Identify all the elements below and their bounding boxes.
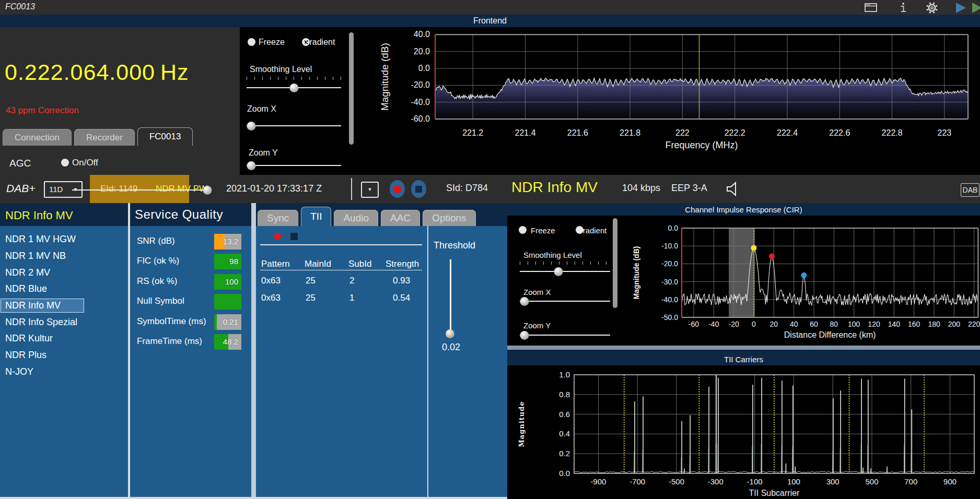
play-green-icon[interactable] xyxy=(971,2,980,16)
frontend-controls-scrollbar[interactable] xyxy=(349,32,354,145)
service-id: SId: D784 xyxy=(446,183,488,194)
info-icon[interactable] xyxy=(897,2,911,16)
stop-button[interactable] xyxy=(411,180,426,198)
tab-options[interactable]: Options xyxy=(423,210,475,226)
service-item-n-joy[interactable]: N-JOY xyxy=(0,364,128,381)
gain-slider[interactable] xyxy=(72,185,212,195)
tii-carriers-plot[interactable]: 1.00.80.60.40.20.0-900-700-500-300-10010… xyxy=(507,365,980,499)
threshold-slider-handle[interactable] xyxy=(446,329,454,338)
tab-connection[interactable]: Connection xyxy=(3,129,72,146)
svg-text:500: 500 xyxy=(865,477,878,486)
service-list-header: NDR Info MV xyxy=(5,209,73,222)
bar-separator xyxy=(351,178,352,200)
pane-splitter[interactable] xyxy=(251,203,256,499)
recorder-dropdown-button[interactable]: ▼ xyxy=(361,182,379,198)
cir-smoothing-slider[interactable] xyxy=(520,267,610,276)
tii-cell: 0x63 xyxy=(261,276,281,286)
tii-carriers-header-title: TII Carriers xyxy=(507,353,980,365)
frontend-spectrum-plot[interactable]: 40.020.00.0-20.0-40.0-60.0221.2221.4221.… xyxy=(295,27,980,175)
ensemble-timestamp: 2021-01-20 17:33:17 Z xyxy=(226,183,322,194)
service-list: NDR 1 MV HGWNDR 1 MV NBNDR 2 MVNDR BlueN… xyxy=(0,231,128,380)
quality-badge: 13.2 xyxy=(214,234,241,250)
tii-stop-indicator[interactable] xyxy=(290,233,298,240)
frontend-freeze-radio[interactable] xyxy=(248,38,255,46)
svg-text:-100: -100 xyxy=(747,477,763,486)
service-item-ndr-plus[interactable]: NDR Plus xyxy=(0,347,128,364)
frontend-freeze-label[interactable]: Freeze xyxy=(259,38,285,47)
frontend-zoomx-slider-handle[interactable] xyxy=(247,122,256,130)
service-item-ndr-1-mv-nb[interactable]: NDR 1 MV NB xyxy=(0,248,128,265)
frontend-zoomy-slider-handle[interactable] xyxy=(247,161,256,170)
cir-header-band: Channel Impulse Response (CIR) xyxy=(507,204,980,216)
svg-text:-50.0: -50.0 xyxy=(661,313,678,322)
frontend-zoomy-slider-track[interactable] xyxy=(247,165,341,166)
svg-text:-60.0: -60.0 xyxy=(411,114,430,123)
cir-smoothing-slider-handle[interactable] xyxy=(554,267,563,276)
cir-smoothing-slider-track[interactable] xyxy=(520,271,610,272)
svg-text:-700: -700 xyxy=(629,477,645,486)
threshold-slider-track[interactable] xyxy=(450,259,451,332)
cir-controls-scrollbar[interactable] xyxy=(613,218,617,308)
service-item-ndr-1-mv-hgw[interactable]: NDR 1 MV HGW xyxy=(0,231,128,248)
service-item-ndr-blue[interactable]: NDR Blue xyxy=(0,281,128,298)
tab-tii[interactable]: TII xyxy=(301,207,331,226)
svg-text:20: 20 xyxy=(770,320,778,328)
tab-sync[interactable]: Sync xyxy=(258,210,298,226)
service-item-ndr-2-mv[interactable]: NDR 2 MV xyxy=(0,264,128,281)
svg-text:222: 222 xyxy=(675,128,690,137)
tii-col-header-strength: Strength xyxy=(386,259,419,269)
svg-text:80: 80 xyxy=(830,320,838,328)
gain-slider-handle[interactable] xyxy=(203,186,212,195)
cir-zoomx-slider[interactable] xyxy=(520,296,610,306)
play-blue-icon[interactable] xyxy=(954,2,968,16)
frontend-zoomy-slider[interactable] xyxy=(247,161,341,170)
frontend-header-band: Frontend xyxy=(0,15,980,27)
cir-zoomx-slider-track[interactable] xyxy=(520,301,610,302)
tab-recorder[interactable]: Recorder xyxy=(74,129,135,146)
gain-slider-track[interactable] xyxy=(72,189,212,191)
window-icon[interactable] xyxy=(865,2,878,16)
tab-fc0013[interactable]: FC0013 xyxy=(137,127,193,146)
cir-plot[interactable]: 0.0-10.0-20.0-30.0-40.0-50.0-60-40-20020… xyxy=(507,216,980,346)
svg-text:222.4: 222.4 xyxy=(777,128,798,137)
quality-label: Null Symbol xyxy=(137,296,184,306)
svg-text:0.0: 0.0 xyxy=(668,224,679,232)
frontend-zoomx-slider-track[interactable] xyxy=(247,125,341,126)
frequency-value: 0.222.064.000 xyxy=(5,60,155,85)
threshold-label: Threshold xyxy=(434,240,475,251)
tab-audio[interactable]: Audio xyxy=(334,210,378,226)
settings-icon[interactable] xyxy=(926,2,939,16)
cir-zoomy-slider[interactable] xyxy=(520,330,610,340)
svg-text:120: 120 xyxy=(868,320,880,328)
tab-aac[interactable]: AAC xyxy=(381,210,420,226)
ppm-correction: 43 ppm Correction xyxy=(6,105,79,116)
service-item-label: NDR Info Spezial xyxy=(1,316,81,329)
cir-zoomy-slider-handle[interactable] xyxy=(520,331,529,340)
cir-zoomx-slider-handle[interactable] xyxy=(520,297,529,306)
service-item-ndr-info-mv[interactable]: NDR Info MV xyxy=(0,298,128,314)
quality-row-rs-ok-: RS (ok %)100 xyxy=(130,274,251,290)
frontend-smoothing-slider[interactable] xyxy=(247,83,341,92)
tii-col-header-subid: SubId xyxy=(348,259,371,269)
service-item-label: N-JOY xyxy=(1,365,38,378)
speaker-icon[interactable] xyxy=(726,181,740,197)
tuner-panel: 0.222.064.000Hz 43 ppm Correction Connec… xyxy=(0,27,240,175)
quality-fill xyxy=(214,294,241,310)
svg-text:-20.0: -20.0 xyxy=(411,80,430,89)
horizontal-splitter[interactable] xyxy=(507,346,980,350)
frontend-zoomx-label: Zoom X xyxy=(247,104,276,114)
svg-text:-30.0: -30.0 xyxy=(661,278,678,286)
service-item-label: NDR 1 MV NB xyxy=(1,250,70,263)
svg-text:-40: -40 xyxy=(708,320,719,328)
service-item-ndr-kultur[interactable]: NDR Kultur xyxy=(0,330,128,347)
agc-radio[interactable] xyxy=(61,159,69,167)
frontend-zoomx-slider[interactable] xyxy=(247,121,341,130)
cir-zoomy-slider-track[interactable] xyxy=(520,335,610,336)
service-item-label: NDR Blue xyxy=(1,282,51,295)
tii-carriers-plot-strip: 1.00.80.60.40.20.0-900-700-500-300-10010… xyxy=(507,365,980,499)
service-item-ndr-info-spezial[interactable]: NDR Info Spezial xyxy=(0,314,128,330)
tii-record-indicator[interactable] xyxy=(274,233,281,240)
record-button[interactable] xyxy=(390,180,405,198)
quality-badge: 100 xyxy=(214,274,241,290)
frontend-smoothing-slider-handle[interactable] xyxy=(289,84,298,92)
